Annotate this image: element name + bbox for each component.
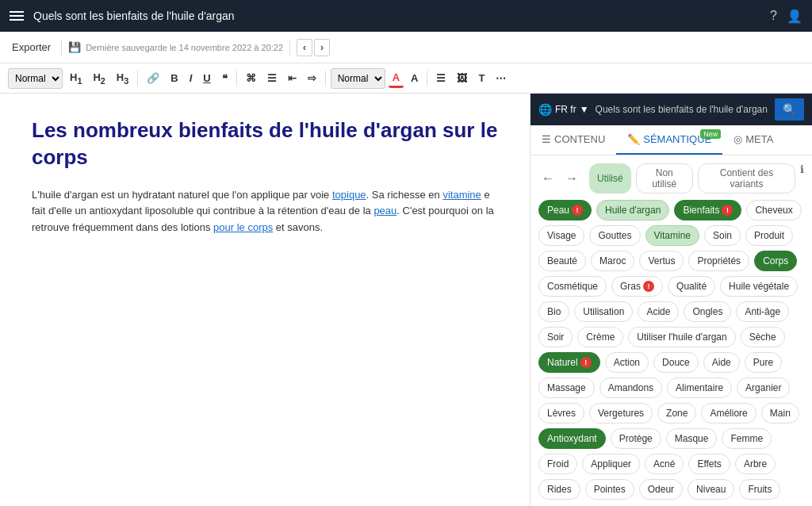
h3-btn[interactable]: H3: [113, 69, 132, 88]
filter-variants-btn[interactable]: Contient des variants: [698, 163, 795, 194]
tag-item[interactable]: Froid: [538, 454, 577, 474]
link-btn[interactable]: 🔗: [143, 70, 163, 86]
tag-item[interactable]: Main: [761, 403, 799, 424]
tag-item[interactable]: Sèche: [741, 327, 785, 347]
filter-used-btn[interactable]: Utilisé: [589, 163, 631, 194]
tag-item[interactable]: Aide: [703, 352, 740, 373]
tag-item[interactable]: Gras!: [611, 276, 663, 297]
tag-item[interactable]: Bienfaits!: [674, 200, 741, 220]
color-btn[interactable]: A: [389, 69, 404, 88]
contenu-label: CONTENU: [554, 133, 605, 145]
panel-nav-next[interactable]: →: [562, 170, 581, 187]
tag-item[interactable]: Pointes: [585, 479, 634, 500]
tag-item[interactable]: Gouttes: [589, 225, 640, 246]
tag-item[interactable]: Maroc: [591, 251, 634, 271]
tag-item[interactable]: Acné: [645, 454, 684, 474]
align-icon-btn[interactable]: ☰: [432, 70, 450, 86]
h2-btn[interactable]: H2: [89, 69, 109, 88]
ul-btn[interactable]: ☰: [263, 70, 281, 86]
tag-item[interactable]: Action: [605, 352, 649, 373]
tag-item[interactable]: Massage: [538, 378, 595, 398]
tag-item[interactable]: Acide: [638, 301, 679, 322]
tags-container: Peau!Huile d'arganBienfaits!CheveuxVisag…: [538, 200, 804, 500]
bold-btn[interactable]: B: [167, 70, 182, 86]
user-icon[interactable]: 👤: [787, 9, 802, 24]
tag-item[interactable]: Fruits: [739, 479, 780, 500]
tag-item[interactable]: Effets: [688, 454, 730, 474]
div-a: [137, 71, 138, 86]
bg-color-btn[interactable]: A: [407, 70, 422, 86]
exclaim-icon: !: [572, 205, 583, 216]
tag-item[interactable]: Vitamine: [645, 225, 699, 246]
tag-item[interactable]: Lèvres: [538, 403, 584, 424]
clear-format-btn[interactable]: T: [474, 70, 488, 86]
tag-item[interactable]: Qualité: [668, 276, 715, 297]
lang-selector[interactable]: 🌐 FR fr ▼: [538, 103, 589, 116]
tag-item[interactable]: Cheveux: [746, 200, 801, 220]
tag-item[interactable]: Femme: [722, 428, 772, 449]
tag-item[interactable]: Huile végétale: [720, 276, 798, 297]
quote-btn[interactable]: ❝: [218, 70, 232, 86]
tag-item[interactable]: Arganier: [737, 378, 790, 398]
tag-item[interactable]: Douce: [653, 352, 699, 373]
hamburger-menu[interactable]: [10, 11, 24, 21]
exclaim-icon: !: [580, 357, 592, 368]
tag-item[interactable]: Crème: [577, 327, 623, 347]
article-title: Les nombreux bienfaits de l'huile d'arga…: [32, 117, 498, 171]
tag-item[interactable]: Alimentaire: [667, 378, 732, 398]
align-center-btn[interactable]: ⇨: [304, 70, 320, 86]
editor-area[interactable]: Les nombreux bienfaits de l'huile d'arga…: [0, 94, 530, 506]
tag-item[interactable]: Bio: [538, 301, 569, 322]
tag-item[interactable]: Pure: [745, 352, 782, 373]
ol-btn[interactable]: ⌘: [242, 70, 260, 86]
format-select[interactable]: Normal: [8, 68, 63, 89]
tag-item[interactable]: Améliore: [701, 403, 756, 424]
div-b: [236, 71, 237, 86]
tab-contenu[interactable]: ☰ CONTENU: [530, 125, 616, 155]
tag-item[interactable]: Zone: [657, 403, 696, 424]
filter-unused-btn[interactable]: Non utilisé: [636, 163, 693, 194]
panel-nav-prev[interactable]: ←: [538, 170, 557, 187]
tag-item[interactable]: Masque: [666, 428, 718, 449]
tag-item[interactable]: Peau!: [538, 200, 592, 220]
tag-item[interactable]: Antioxydant: [538, 428, 606, 449]
search-button[interactable]: 🔍: [775, 98, 804, 121]
tab-semantique[interactable]: ✏️ SÉMANTIQUE New: [616, 125, 722, 155]
export-button[interactable]: Exporter: [8, 39, 55, 56]
tag-item[interactable]: Vertus: [639, 251, 684, 271]
tag-item[interactable]: Vergetures: [589, 403, 653, 424]
font-select[interactable]: Normal: [331, 68, 385, 89]
underline-btn[interactable]: U: [199, 70, 214, 86]
tab-meta[interactable]: ◎ META: [722, 125, 784, 155]
tag-item[interactable]: Propriétés: [688, 251, 749, 271]
align-left-btn[interactable]: ⇤: [284, 70, 301, 86]
tag-item[interactable]: Protège: [611, 428, 661, 449]
tag-item[interactable]: Odeur: [639, 479, 683, 500]
tag-item[interactable]: Anti-âge: [736, 301, 789, 322]
tag-item[interactable]: Huile d'argan: [596, 200, 669, 220]
tag-item[interactable]: Produit: [745, 225, 793, 246]
tag-item[interactable]: Soin: [704, 225, 741, 246]
tag-item[interactable]: Visage: [538, 225, 584, 246]
info-icon[interactable]: ℹ: [800, 163, 804, 194]
help-icon[interactable]: ?: [770, 9, 777, 23]
tag-item[interactable]: Naturel!: [538, 352, 600, 373]
image-btn[interactable]: 🖼: [453, 70, 471, 86]
more-btn[interactable]: ⋯: [492, 70, 510, 86]
nav-next-btn[interactable]: ›: [314, 39, 330, 56]
tag-item[interactable]: Utilisation: [574, 301, 633, 322]
tag-item[interactable]: Cosmétique: [538, 276, 607, 297]
h1-btn[interactable]: H1: [66, 69, 86, 88]
tag-item[interactable]: Soir: [538, 327, 573, 347]
tag-item[interactable]: Beauté: [538, 251, 586, 271]
nav-prev-btn[interactable]: ‹: [297, 39, 312, 56]
italic-btn[interactable]: I: [186, 70, 197, 86]
tag-item[interactable]: Utiliser l'huile d'argan: [628, 327, 735, 347]
tag-item[interactable]: Ongles: [684, 301, 731, 322]
tag-item[interactable]: Amandons: [599, 378, 662, 398]
tag-item[interactable]: Rides: [538, 479, 580, 500]
tag-item[interactable]: Arbre: [735, 454, 776, 474]
tag-item[interactable]: Appliquer: [582, 454, 640, 474]
tag-item[interactable]: Niveau: [688, 479, 734, 500]
tag-item[interactable]: Corps: [754, 251, 797, 271]
